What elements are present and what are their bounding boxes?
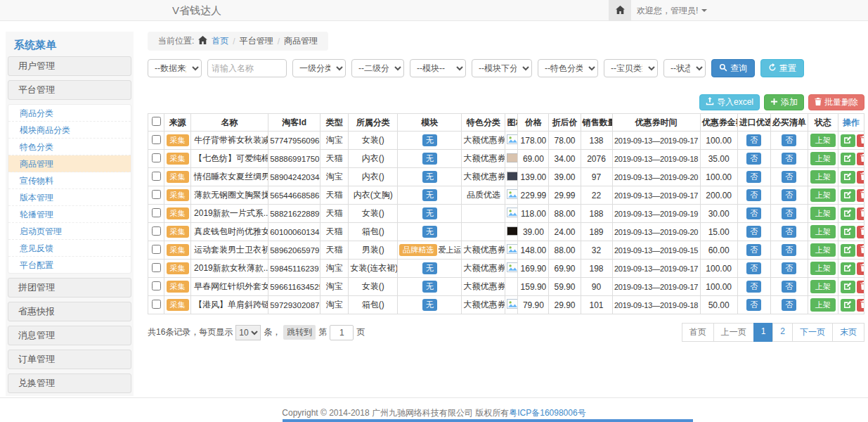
page-button[interactable]: 2 <box>772 323 793 342</box>
sidebar-group-header[interactable]: 平台管理 <box>8 80 131 100</box>
module-badge[interactable]: 无 <box>422 153 437 165</box>
add-button[interactable]: 添加 <box>764 94 804 110</box>
row-checkbox[interactable] <box>152 281 161 290</box>
delete-button[interactable] <box>857 153 864 165</box>
reset-button[interactable]: 重置 <box>760 59 804 77</box>
row-checkbox[interactable] <box>152 226 161 236</box>
sidebar-group-header[interactable]: 省惠快报 <box>8 302 131 321</box>
import-optional-toggle[interactable]: 否 <box>746 244 761 256</box>
per-page-select[interactable]: 10 <box>235 325 261 340</box>
batch-delete-button[interactable]: 批量删除 <box>808 94 864 110</box>
page-jump-input[interactable] <box>330 325 354 340</box>
sidebar-item[interactable]: 版本管理 <box>8 189 131 206</box>
module-badge[interactable]: 无 <box>422 281 437 293</box>
module-badge[interactable]: 无 <box>422 207 437 219</box>
name-search-input[interactable] <box>207 59 287 77</box>
edit-button[interactable] <box>841 226 855 238</box>
page-button[interactable]: 末页 <box>832 323 864 342</box>
import-optional-toggle[interactable]: 否 <box>746 299 761 311</box>
sidebar-group-header[interactable]: 拼团管理 <box>8 278 131 298</box>
sidebar-item[interactable]: 特色分类 <box>8 139 131 155</box>
page-button[interactable]: 上一页 <box>713 323 754 342</box>
row-checkbox[interactable] <box>152 135 161 144</box>
must-buy-toggle[interactable]: 否 <box>782 299 796 311</box>
filter-select[interactable]: --宝贝类型-- <box>604 59 658 77</box>
must-buy-toggle[interactable]: 否 <box>782 244 796 256</box>
sidebar-group-header[interactable]: 消息管理 <box>8 326 131 345</box>
sidebar-group-header[interactable]: 用户管理 <box>8 56 131 76</box>
filter-select[interactable]: --模块下分类-- <box>472 59 532 77</box>
sidebar-item[interactable]: 启动页管理 <box>8 223 131 240</box>
import-optional-toggle[interactable]: 否 <box>746 281 761 293</box>
status-toggle[interactable]: 上架 <box>810 225 836 238</box>
import-optional-toggle[interactable]: 否 <box>746 153 761 165</box>
search-button[interactable]: 查询 <box>711 59 755 77</box>
edit-button[interactable] <box>841 153 855 165</box>
row-checkbox[interactable] <box>152 300 161 309</box>
must-buy-toggle[interactable]: 否 <box>782 134 796 146</box>
import-excel-button[interactable]: 导入excel <box>699 94 760 110</box>
sidebar-item[interactable]: 轮播管理 <box>8 206 131 223</box>
delete-button[interactable] <box>857 226 864 238</box>
row-checkbox[interactable] <box>152 208 161 217</box>
delete-button[interactable] <box>857 207 864 220</box>
page-button[interactable]: 1 <box>753 323 774 342</box>
status-toggle[interactable]: 上架 <box>810 243 836 257</box>
import-optional-toggle[interactable]: 否 <box>746 207 761 219</box>
edit-button[interactable] <box>841 189 855 202</box>
module-badge[interactable]: 品牌精选 <box>399 244 437 256</box>
must-buy-toggle[interactable]: 否 <box>782 281 796 293</box>
status-toggle[interactable]: 上架 <box>810 280 836 293</box>
must-buy-toggle[interactable]: 否 <box>782 189 796 201</box>
sidebar-group-header[interactable]: 兑换管理 <box>8 373 131 393</box>
edit-button[interactable] <box>841 281 855 293</box>
edit-button[interactable] <box>841 244 855 257</box>
row-checkbox[interactable] <box>152 245 161 254</box>
import-optional-toggle[interactable]: 否 <box>746 189 761 201</box>
status-toggle[interactable]: 上架 <box>810 152 836 165</box>
row-checkbox[interactable] <box>152 172 161 181</box>
status-toggle[interactable]: 上架 <box>810 262 836 275</box>
must-buy-toggle[interactable]: 否 <box>782 226 796 238</box>
sidebar-item[interactable]: 意见反馈 <box>8 240 131 257</box>
must-buy-toggle[interactable]: 否 <box>782 262 796 274</box>
import-optional-toggle[interactable]: 否 <box>746 134 761 146</box>
page-button[interactable]: 首页 <box>682 323 714 342</box>
delete-button[interactable] <box>857 189 864 202</box>
filter-select[interactable]: --模块-- <box>410 59 466 77</box>
status-toggle[interactable]: 上架 <box>810 170 836 184</box>
select-all-checkbox[interactable] <box>152 117 161 126</box>
must-buy-toggle[interactable]: 否 <box>782 153 796 165</box>
filter-select[interactable]: --二级分类-- <box>351 59 404 77</box>
module-badge[interactable]: 无 <box>422 262 437 274</box>
page-button[interactable]: 下一页 <box>792 323 833 342</box>
user-menu[interactable]: 欢迎您，管理员! <box>637 0 707 21</box>
home-button[interactable] <box>609 0 631 21</box>
row-checkbox[interactable] <box>152 190 161 199</box>
must-buy-toggle[interactable]: 否 <box>782 171 796 183</box>
delete-button[interactable] <box>857 134 864 147</box>
delete-button[interactable] <box>857 299 864 312</box>
delete-button[interactable] <box>857 171 864 184</box>
delete-button[interactable] <box>857 262 864 275</box>
filter-select[interactable]: --数据来源-- <box>148 59 202 77</box>
edit-button[interactable] <box>841 299 855 312</box>
sidebar-item[interactable]: 宣传物料 <box>8 172 131 189</box>
filter-select[interactable]: 一级分类 <box>292 59 346 77</box>
sidebar-item[interactable]: 平台配置 <box>8 257 131 273</box>
jump-button[interactable]: 跳转到 <box>283 325 316 340</box>
status-toggle[interactable]: 上架 <box>810 298 836 312</box>
module-badge[interactable]: 无 <box>422 171 437 183</box>
import-optional-toggle[interactable]: 否 <box>746 262 761 274</box>
module-badge[interactable]: 无 <box>422 226 437 238</box>
edit-button[interactable] <box>841 262 855 275</box>
status-toggle[interactable]: 上架 <box>810 188 836 202</box>
module-badge[interactable]: 无 <box>422 299 437 311</box>
module-badge[interactable]: 无 <box>422 189 437 201</box>
module-badge[interactable]: 无 <box>422 134 437 146</box>
delete-button[interactable] <box>857 281 864 293</box>
edit-button[interactable] <box>841 171 855 184</box>
status-toggle[interactable]: 上架 <box>810 134 836 147</box>
filter-select[interactable]: --状态-- <box>663 59 706 77</box>
import-optional-toggle[interactable]: 否 <box>746 226 761 238</box>
